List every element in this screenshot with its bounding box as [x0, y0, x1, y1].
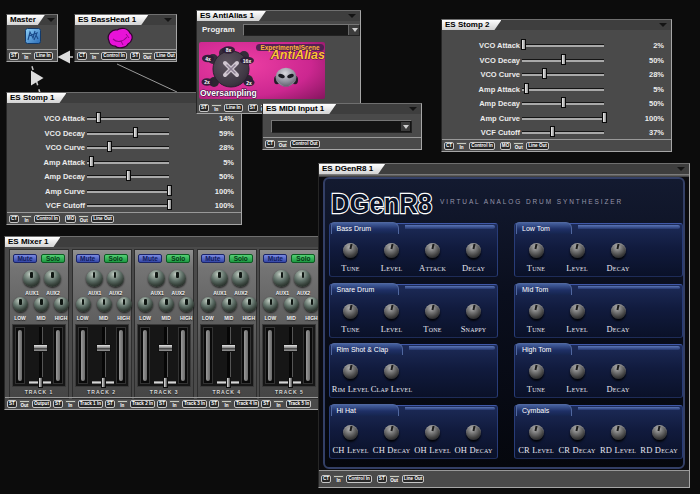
- svg-text:8x: 8x: [226, 47, 232, 53]
- svg-text:4x: 4x: [205, 56, 211, 62]
- svg-text:2x: 2x: [246, 80, 252, 86]
- svg-text:16x: 16x: [243, 58, 252, 64]
- svg-text:AntiAlias: AntiAlias: [270, 48, 325, 62]
- svg-text:Oversampling: Oversampling: [200, 88, 257, 98]
- svg-text:DGenR8: DGenR8: [331, 188, 432, 219]
- svg-text:2x: 2x: [204, 79, 210, 85]
